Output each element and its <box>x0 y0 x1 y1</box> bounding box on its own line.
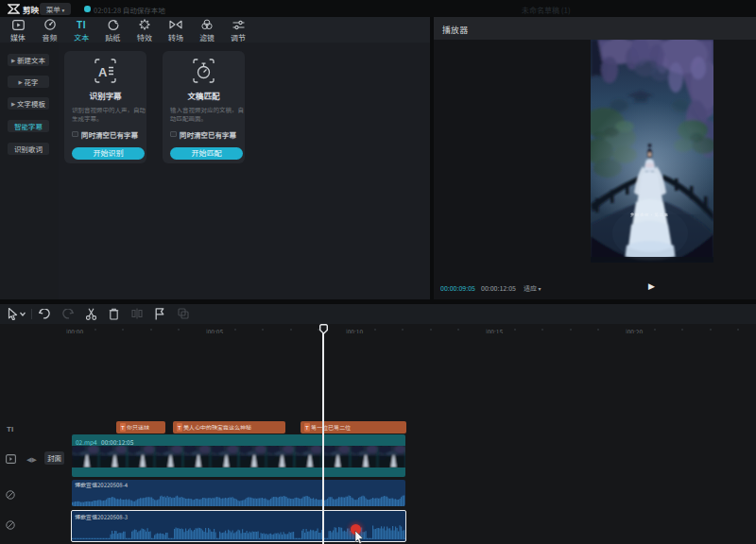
svg-text:梦 回 奇 缘 · 第 二 集: 梦 回 奇 缘 · 第 二 集 <box>630 212 669 217</box>
svg-text:A: A <box>98 62 108 80</box>
